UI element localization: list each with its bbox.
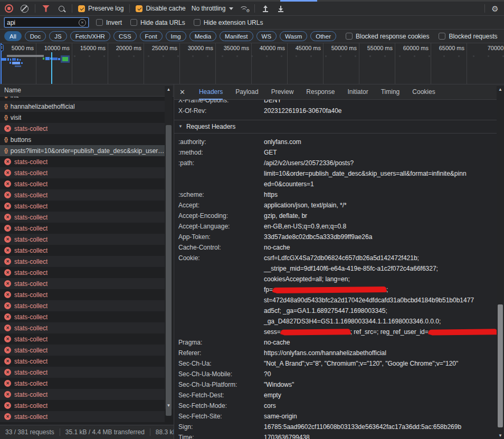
network-overview-timeline[interactable]: 5000 ms10000 ms15000 ms20000 ms25000 ms3… <box>0 43 504 84</box>
header-value-text: ; ref_src=; reg_ref_user_id= <box>350 328 429 336</box>
header-value-line: empty <box>264 390 497 400</box>
request-row[interactable]: ✕stats-collect <box>0 333 165 345</box>
requests-scrollbar[interactable]: ▲ ▼ <box>165 86 173 409</box>
checkbox-icon <box>346 33 353 40</box>
request-row[interactable]: {}posts?limit=10&order=publish_date_desc… <box>0 145 165 156</box>
chip-all[interactable]: All <box>4 31 22 41</box>
chip-css[interactable]: CSS <box>113 31 137 41</box>
filter-toggle-button[interactable] <box>41 4 51 13</box>
chip-ws[interactable]: WS <box>256 31 277 41</box>
details-scrollbar[interactable]: ▲ ▼ <box>497 86 504 439</box>
request-row[interactable]: ✕stats-collect <box>0 300 165 311</box>
checkbox-hide-extension-urls[interactable]: Hide extension URLs <box>194 19 263 26</box>
network-conditions-button[interactable]: ⚙ <box>239 4 249 13</box>
tab-cookies[interactable]: Cookies <box>412 84 435 100</box>
scroll-up-icon[interactable]: ▲ <box>165 87 173 92</box>
tab-preview[interactable]: Preview <box>271 84 294 100</box>
request-row[interactable]: ✕stats-collect <box>0 289 165 300</box>
timeline-drag-handle[interactable] <box>0 44 4 51</box>
request-row[interactable]: ✕stats-collect <box>0 256 165 267</box>
request-row[interactable]: ✕stats-collect <box>0 156 165 167</box>
close-details-icon[interactable]: ✕ <box>179 88 185 96</box>
chip-font[interactable]: Font <box>140 31 163 41</box>
chip-js[interactable]: JS <box>49 31 66 41</box>
export-har-button[interactable] <box>276 4 286 13</box>
name-column-header[interactable]: Name <box>0 84 174 97</box>
request-row[interactable]: ✕stats-collect <box>0 201 165 212</box>
record-button[interactable] <box>4 4 14 13</box>
tab-timing[interactable]: Timing <box>381 84 400 100</box>
request-row[interactable]: {}visit <box>0 112 165 123</box>
request-row[interactable]: ✕stats-collect <box>0 411 165 422</box>
header-value: gzip, deflate, br <box>264 211 497 221</box>
request-row[interactable]: ✕stats-collect <box>0 167 165 178</box>
tab-initiator[interactable]: Initiator <box>347 84 368 100</box>
throttling-select[interactable]: No throttling <box>192 5 234 12</box>
chip-media[interactable]: Media <box>189 31 216 41</box>
header-name: Sec-Ch-Ua-Platform: <box>178 379 264 390</box>
scroll-up-icon[interactable]: ▲ <box>497 87 504 92</box>
filter-input[interactable] <box>5 19 79 26</box>
request-row[interactable]: ✕stats-collect <box>0 311 165 322</box>
tab-response[interactable]: Response <box>306 84 335 100</box>
request-row[interactable]: ✕stats-collect <box>0 278 165 289</box>
disable-cache-checkbox[interactable]: Disable cache <box>136 5 185 12</box>
header-value-line: 16785:5aad9602cf110608b03133de563642fac1… <box>264 422 497 432</box>
checkbox-blocked-response-cookies[interactable]: Blocked response cookies <box>346 33 429 40</box>
checkbox-invert[interactable]: Invert <box>96 19 122 26</box>
chip-wasm[interactable]: Wasm <box>280 31 307 41</box>
scroll-down-icon[interactable]: ▼ <box>165 403 173 408</box>
request-row[interactable]: ✕stats-collect <box>0 345 165 356</box>
request-row[interactable]: {}init <box>0 97 165 101</box>
request-row[interactable]: ✕stats-collect <box>0 389 165 400</box>
request-row[interactable]: ✕stats-collect <box>0 378 165 389</box>
request-row[interactable]: {}buttons <box>0 134 165 145</box>
network-main-area: Name {}init{}hannahelizabethofficial{}vi… <box>0 84 504 439</box>
chip-fetch-xhr[interactable]: Fetch/XHR <box>70 31 110 41</box>
request-row[interactable]: ✕stats-collect <box>0 234 165 245</box>
request-row[interactable]: ✕stats-collect <box>0 189 165 201</box>
header-value-text: ; <box>386 286 388 293</box>
request-row[interactable]: ✕stats-collect <box>0 123 165 134</box>
chip-other[interactable]: Other <box>310 31 336 41</box>
waterfall-bar <box>58 58 60 60</box>
request-row[interactable]: ✕stats-collect <box>0 322 165 333</box>
preserve-log-checkbox[interactable]: Preserve log <box>78 5 123 12</box>
request-row[interactable]: ✕stats-collect <box>0 178 165 189</box>
request-headers-list: :authority:onlyfans.com:method:GET:path:… <box>174 137 497 439</box>
scroll-down-icon[interactable]: ▼ <box>497 433 504 438</box>
checkbox-hide-data-urls[interactable]: Hide data URLs <box>130 19 185 26</box>
request-row[interactable]: ✕stats-collect <box>0 267 165 278</box>
waterfall-bar <box>45 57 50 60</box>
header-value-line: _ga_D4827DS3H4=GS1.1.1698003344.1.1.1698… <box>264 316 497 327</box>
header-value-line: ?0 <box>264 369 497 379</box>
chip-manifest[interactable]: Manifest <box>220 31 253 41</box>
settings-button[interactable]: ⚙ <box>490 4 500 13</box>
request-row[interactable]: ✕stats-collect <box>0 245 165 256</box>
request-row[interactable]: {}hannahelizabethofficial <box>0 101 165 112</box>
ruler-column: 25000 ms <box>144 43 180 84</box>
header-value-line: onlyfans.com <box>264 137 497 147</box>
request-row[interactable]: ✕stats-collect <box>0 212 165 223</box>
search-button[interactable] <box>56 4 66 13</box>
scrollbar-thumb[interactable] <box>498 304 503 427</box>
waterfall-bar <box>10 59 11 61</box>
tab-headers[interactable]: Headers <box>199 84 223 100</box>
tab-payload[interactable]: Payload <box>235 84 258 100</box>
clear-filter-icon[interactable]: ✕ <box>79 19 86 26</box>
request-row[interactable]: ✕stats-collect <box>0 367 165 378</box>
request-row[interactable]: ✕stats-collect <box>0 356 165 367</box>
waterfall-bar <box>15 65 21 67</box>
chip-img[interactable]: Img <box>166 31 186 41</box>
request-name: stats-collect <box>14 391 47 398</box>
clear-button[interactable] <box>20 4 29 13</box>
header-name: Sec-Fetch-Mode: <box>178 400 264 411</box>
checkbox-blocked-requests[interactable]: Blocked requests <box>439 33 497 40</box>
scrollbar-thumb[interactable] <box>166 125 172 416</box>
filter-input-box: ✕ <box>4 17 89 27</box>
request-row[interactable]: ✕stats-collect <box>0 223 165 234</box>
chip-doc[interactable]: Doc <box>25 31 46 41</box>
request-headers-section[interactable]: ▼ Request Headers <box>174 120 497 133</box>
request-row[interactable]: ✕stats-collect <box>0 400 165 411</box>
import-har-button[interactable] <box>261 4 270 13</box>
